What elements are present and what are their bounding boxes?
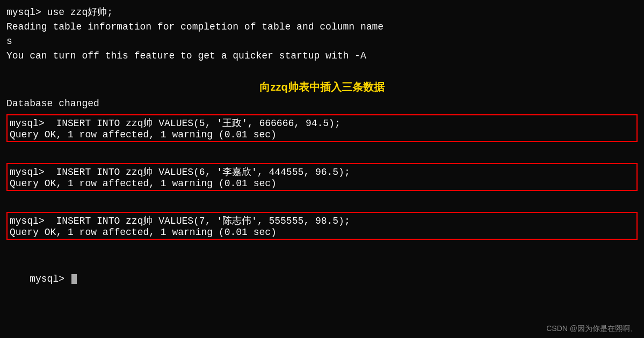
line-reading-table: Reading table information for completion…	[6, 20, 638, 34]
insert3-command: mysql> INSERT INTO zzq帅 VALUES(7, '陈志伟',…	[10, 214, 634, 227]
insert2-result: Query OK, 1 row affected, 1 warning (0.0…	[10, 178, 634, 189]
terminal-cursor	[71, 274, 77, 284]
watermark-text: CSDN @因为你是在熙啊、	[546, 324, 638, 334]
line-empty4	[6, 243, 638, 258]
insert1-result: Query OK, 1 row affected, 1 warning (0.0…	[10, 129, 634, 140]
line-empty2	[6, 145, 638, 160]
line-database-changed: Database changed	[6, 97, 638, 111]
line-reading-table-cont: s	[6, 34, 638, 49]
insert2-command: mysql> INSERT INTO zzq帅 VALUES(6, '李嘉欣',…	[10, 165, 634, 178]
line-empty3	[6, 194, 638, 209]
insert3-result: Query OK, 1 row affected, 1 warning (0.0…	[10, 227, 634, 238]
insert1-command: mysql> INSERT INTO zzq帅 VALUES(5, '王政', …	[10, 116, 634, 129]
final-prompt-line[interactable]: mysql>	[6, 258, 638, 301]
line-you-can-turn: You can turn off this feature to get a q…	[6, 49, 638, 63]
line-use-command: mysql> use zzq好帅;	[6, 5, 638, 20]
insert-block-3: mysql> INSERT INTO zzq帅 VALUES(7, '陈志伟',…	[6, 212, 638, 240]
annotation-title: 向zzq帅表中插入三条数据	[6, 80, 638, 94]
line-empty1	[6, 63, 638, 78]
terminal-window: mysql> use zzq好帅; Reading table informat…	[0, 0, 644, 338]
final-prompt-text: mysql>	[30, 274, 70, 284]
insert-block-2: mysql> INSERT INTO zzq帅 VALUES(6, '李嘉欣',…	[6, 163, 638, 191]
insert-block-1: mysql> INSERT INTO zzq帅 VALUES(5, '王政', …	[6, 114, 638, 142]
